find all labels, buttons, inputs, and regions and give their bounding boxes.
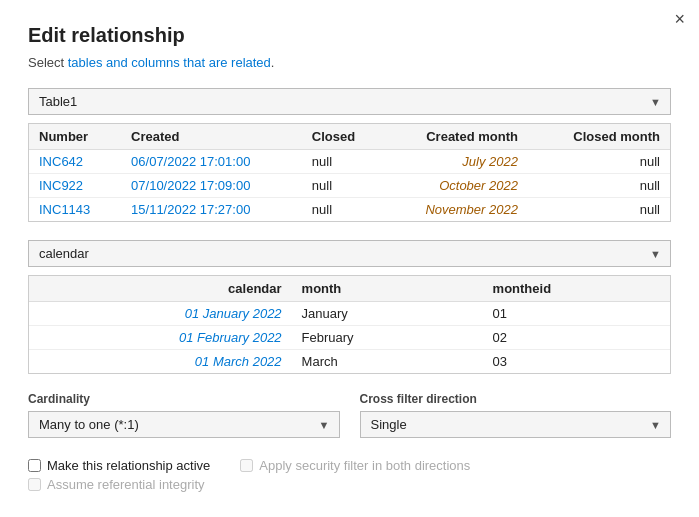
cell-created-month: November 2022 (384, 198, 528, 222)
close-button[interactable]: × (674, 10, 685, 28)
col-header-created: Created (121, 124, 302, 150)
cell-number: INC922 (29, 174, 121, 198)
make-active-checkbox[interactable] (28, 459, 41, 472)
security-filter-checkbox (240, 459, 253, 472)
calendar-dropdown[interactable]: calendar (28, 240, 671, 267)
table-row: 01 February 2022 February 02 (29, 326, 670, 350)
col-header-calendar: calendar (29, 276, 292, 302)
dialog-subtitle: Select tables and columns that are relat… (28, 55, 671, 70)
table-row: INC1143 15/11/2022 17:27:00 null Novembe… (29, 198, 670, 222)
cell-month: March (292, 350, 483, 374)
cardinality-col: Cardinality Many to one (*:1)One to one … (28, 392, 340, 446)
cell-closed: null (302, 198, 384, 222)
table1-container: Number Created Closed Created month Clos… (28, 123, 671, 222)
cell-created: 06/07/2022 17:01:00 (121, 150, 302, 174)
cell-created-month: July 2022 (384, 150, 528, 174)
table-row: INC642 06/07/2022 17:01:00 null July 202… (29, 150, 670, 174)
make-active-label: Make this relationship active (47, 458, 210, 473)
cardinality-dropdown-wrap: Many to one (*:1)One to one (1:1)One to … (28, 411, 340, 438)
cardinality-crossfilter-row: Cardinality Many to one (*:1)One to one … (28, 392, 671, 446)
cell-montherid: 01 (483, 302, 670, 326)
cell-closed-month: null (528, 150, 670, 174)
cell-closed: null (302, 150, 384, 174)
cell-closed: null (302, 174, 384, 198)
cell-created-month: October 2022 (384, 174, 528, 198)
table-row: 01 January 2022 January 01 (29, 302, 670, 326)
cell-number: INC1143 (29, 198, 121, 222)
referential-checkbox (28, 478, 41, 491)
calendar-dropdown-wrap: calendar ▼ (28, 240, 671, 267)
cell-cal: 01 February 2022 (29, 326, 292, 350)
table1-dropdown[interactable]: Table1 (28, 88, 671, 115)
bottom-checks: Make this relationship active Apply secu… (28, 458, 671, 496)
referential-label: Assume referential integrity (47, 477, 205, 492)
cell-cal: 01 March 2022 (29, 350, 292, 374)
cell-cal: 01 January 2022 (29, 302, 292, 326)
check-row-2: Assume referential integrity (28, 477, 671, 492)
check-row-1: Make this relationship active Apply secu… (28, 458, 671, 473)
subtitle-link[interactable]: tables and columns that are related (68, 55, 271, 70)
cardinality-dropdown[interactable]: Many to one (*:1)One to one (1:1)One to … (28, 411, 340, 438)
col-header-created-month: Created month (384, 124, 528, 150)
cell-montherid: 03 (483, 350, 670, 374)
col-header-closed: Closed (302, 124, 384, 150)
cross-filter-dropdown[interactable]: SingleBoth (360, 411, 672, 438)
dialog-title: Edit relationship (28, 24, 671, 47)
table1-dropdown-wrap: Table1 ▼ (28, 88, 671, 115)
cell-month: February (292, 326, 483, 350)
security-filter-label: Apply security filter in both directions (259, 458, 470, 473)
cross-filter-col: Cross filter direction SingleBoth ▼ (360, 392, 672, 446)
subtitle-end: . (271, 55, 275, 70)
cross-filter-dropdown-wrap: SingleBoth ▼ (360, 411, 672, 438)
make-active-check[interactable]: Make this relationship active (28, 458, 210, 473)
cell-number: INC642 (29, 150, 121, 174)
cell-created: 07/10/2022 17:09:00 (121, 174, 302, 198)
cell-closed-month: null (528, 174, 670, 198)
edit-relationship-dialog: × Edit relationship Select tables and co… (0, 0, 699, 517)
col-header-montherid: montheid (483, 276, 670, 302)
cell-closed-month: null (528, 198, 670, 222)
subtitle-text: Select (28, 55, 68, 70)
table-row: INC922 07/10/2022 17:09:00 null October … (29, 174, 670, 198)
col-header-month: month (292, 276, 483, 302)
cell-month: January (292, 302, 483, 326)
cross-filter-label: Cross filter direction (360, 392, 672, 406)
referential-check: Assume referential integrity (28, 477, 205, 492)
security-filter-check: Apply security filter in both directions (240, 458, 470, 473)
cell-created: 15/11/2022 17:27:00 (121, 198, 302, 222)
calendar-table-container: calendar month montheid 01 January 2022 … (28, 275, 671, 374)
cardinality-label: Cardinality (28, 392, 340, 406)
calendar-table: calendar month montheid 01 January 2022 … (29, 276, 670, 373)
col-header-closed-month: Closed month (528, 124, 670, 150)
cell-montherid: 02 (483, 326, 670, 350)
table-row: 01 March 2022 March 03 (29, 350, 670, 374)
col-header-number: Number (29, 124, 121, 150)
table1-table: Number Created Closed Created month Clos… (29, 124, 670, 221)
